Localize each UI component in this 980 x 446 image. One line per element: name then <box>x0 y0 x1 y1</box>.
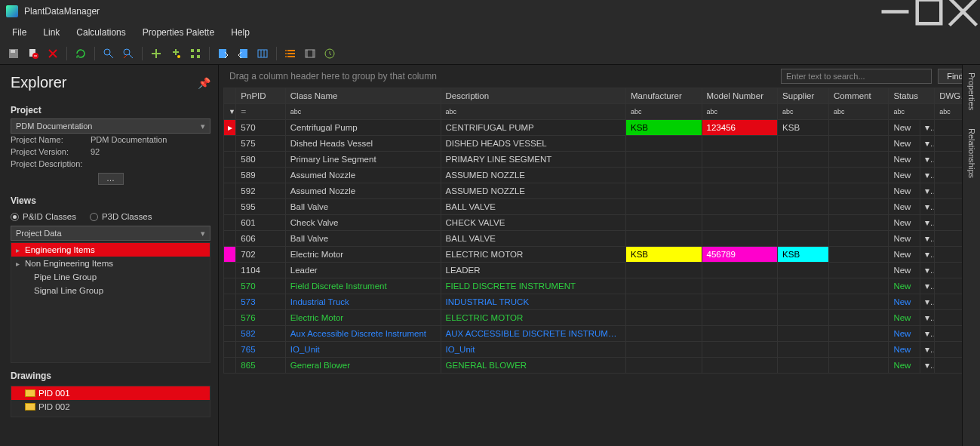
filter-row[interactable]: ▼ = abc abc abc abc abc abc abc abc <box>224 104 975 120</box>
tree-item-nonengineering[interactable]: ▸Non Engineering Items <box>11 257 210 270</box>
menu-help[interactable]: Help <box>223 24 257 41</box>
delete-doc-icon[interactable] <box>24 45 42 63</box>
chevron-down-icon: ▾ <box>201 121 205 131</box>
separator <box>209 47 210 60</box>
grid-icon[interactable] <box>186 45 204 63</box>
svg-rect-14 <box>258 50 267 57</box>
table-row[interactable]: 595Ball ValveBALL VALVENew▾ <box>224 199 975 215</box>
toolbar <box>0 42 980 65</box>
film-icon[interactable] <box>301 45 319 63</box>
svg-point-7 <box>177 55 180 58</box>
svg-rect-11 <box>197 55 200 58</box>
svg-point-5 <box>104 49 110 55</box>
pin-icon[interactable]: 📌 <box>198 77 210 89</box>
col-manufacturer: Manufacturer <box>626 88 702 104</box>
svg-rect-12 <box>219 49 226 58</box>
close-button[interactable] <box>946 0 980 23</box>
project-label: Project <box>11 105 210 115</box>
project-combo[interactable]: PDM Documentation▾ <box>11 118 210 134</box>
search-icon[interactable] <box>100 45 118 63</box>
svg-rect-8 <box>191 49 194 52</box>
app-title: PlantDataManager <box>24 6 100 17</box>
chevron-down-icon: ▾ <box>201 229 205 238</box>
project-version-field: Project Version:92 <box>11 146 210 158</box>
import-icon[interactable] <box>234 45 252 63</box>
col-status: Status <box>889 88 935 104</box>
col-modelnumber: Model Number <box>702 88 778 104</box>
project-description-field: Project Description: <box>11 158 210 170</box>
tab-properties[interactable]: Properties <box>967 72 976 110</box>
project-name-field: Project Name:PDM Documentation <box>11 134 210 146</box>
tree-item-pipeline[interactable]: Pipe Line Group <box>11 270 210 284</box>
radio-pid-classes[interactable]: P&ID Classes <box>11 212 76 221</box>
explorer-panel: Explorer 📌 Project PDM Documentation▾ Pr… <box>0 65 219 446</box>
side-tabs: Properties Relationships <box>962 65 980 446</box>
radio-p3d-classes[interactable]: P3D Classes <box>90 212 152 221</box>
drawings-tree: PID 001 PID 002 <box>11 386 210 417</box>
svg-rect-2 <box>11 50 15 53</box>
add-icon[interactable] <box>147 45 165 63</box>
columns-icon[interactable] <box>253 45 272 63</box>
svg-rect-10 <box>191 55 194 58</box>
drawing-item[interactable]: PID 002 <box>11 400 210 414</box>
add-star-icon[interactable] <box>167 45 185 63</box>
table-row[interactable]: 601Check ValveCHECK VALVENew▾ <box>224 215 975 231</box>
table-row[interactable]: 592Assumed NozzleASSUMED NOZZLENew▾ <box>224 183 975 199</box>
svg-rect-13 <box>240 49 247 58</box>
header-row[interactable]: PnPID Class Name Description Manufacture… <box>224 88 975 104</box>
drawing-icon <box>25 403 35 411</box>
separator <box>94 47 95 60</box>
svg-point-6 <box>124 49 130 55</box>
col-supplier: Supplier <box>778 88 829 104</box>
grid-panel: Drag a column header here to group by th… <box>219 65 980 446</box>
menu-link[interactable]: Link <box>35 24 67 41</box>
col-pnpid: PnPID <box>236 88 285 104</box>
col-comment: Comment <box>828 88 888 104</box>
table-row[interactable]: 589Assumed NozzleASSUMED NOZZLENew▾ <box>224 168 975 183</box>
project-more-button[interactable]: … <box>98 173 124 185</box>
filter-icon: ▼ <box>224 104 236 120</box>
svg-rect-0 <box>917 0 942 23</box>
table-row[interactable]: 575Dished Heads VesselDISHED HEADS VESSE… <box>224 136 975 152</box>
tab-relationships[interactable]: Relationships <box>967 128 976 178</box>
save-icon[interactable] <box>5 45 23 63</box>
drawing-icon <box>25 389 35 397</box>
history-icon[interactable] <box>321 45 339 63</box>
maximize-button[interactable] <box>912 0 946 23</box>
separator <box>66 47 67 60</box>
menu-bar: File Link Calculations Properties Palett… <box>0 23 980 42</box>
table-row[interactable]: 1104LeaderLEADERNew▾ <box>224 263 975 278</box>
svg-point-16 <box>285 53 287 54</box>
search-input[interactable] <box>781 69 932 84</box>
table-row[interactable]: 582Aux Accessible Discrete InstrumentAUX… <box>224 326 975 342</box>
menu-properties-palette[interactable]: Properties Palette <box>135 24 222 41</box>
table-row[interactable]: 576Electric MotorELECTRIC MOTORNew▾ <box>224 310 975 326</box>
table-row[interactable]: 606Ball ValveBALL VALVENew▾ <box>224 231 975 247</box>
tree-item-engineering[interactable]: ▸Engineering Items <box>11 243 210 257</box>
replace-icon[interactable] <box>119 45 137 63</box>
table-row[interactable]: 570Field Discrete InstrumentFIELD DISCRE… <box>224 278 975 294</box>
drawings-label: Drawings <box>11 371 210 381</box>
export-icon[interactable] <box>214 45 232 63</box>
tree-item-signalline[interactable]: Signal Line Group <box>11 284 210 297</box>
menu-file[interactable]: File <box>5 24 34 41</box>
svg-rect-9 <box>197 49 200 52</box>
menu-calculations[interactable]: Calculations <box>69 24 133 41</box>
views-label: Views <box>11 195 210 206</box>
separator <box>276 47 277 60</box>
group-hint[interactable]: Drag a column header here to group by th… <box>229 71 437 82</box>
table-row[interactable]: ▸570Centrifugal PumpCENTRIFUGAL PUMPKSB1… <box>224 120 975 136</box>
table-row[interactable]: 573Industrial TruckINDUSTRIAL TRUCKNew▾ <box>224 294 975 310</box>
views-tree: ▸Engineering Items ▸Non Engineering Item… <box>11 242 210 363</box>
list-icon[interactable] <box>281 45 300 63</box>
delete-icon[interactable] <box>44 45 62 63</box>
table-row[interactable]: 702Electric MotorELECTRIC MOTORKSB456789… <box>224 247 975 263</box>
table-row[interactable]: 580Primary Line SegmentPRIMARY LINE SEGM… <box>224 152 975 168</box>
table-row[interactable]: 765IO_UnitIO_UnitNew▾ <box>224 342 975 358</box>
minimize-button[interactable] <box>878 0 912 23</box>
views-combo[interactable]: Project Data▾ <box>11 226 210 241</box>
refresh-icon[interactable] <box>72 45 90 63</box>
drawing-item[interactable]: PID 001 <box>11 386 210 400</box>
table-row[interactable]: 865General BlowerGENERAL BLOWERNew▾ <box>224 358 975 374</box>
data-grid[interactable]: PnPID Class Name Description Manufacture… <box>223 88 975 374</box>
